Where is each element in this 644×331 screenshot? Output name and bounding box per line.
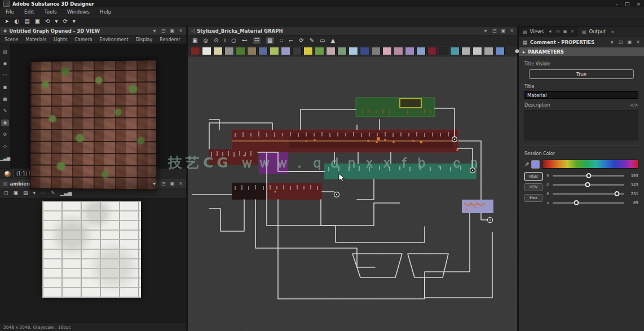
float-icon[interactable]: ◳ bbox=[492, 29, 497, 33]
shelf-node-thumbnail[interactable] bbox=[326, 47, 336, 55]
view3d-menu-item-camera[interactable]: Camera bbox=[74, 37, 92, 42]
color-slider[interactable] bbox=[553, 175, 624, 176]
color-gradient-bar[interactable] bbox=[542, 160, 638, 169]
export-icon[interactable]: ▤ bbox=[23, 191, 28, 196]
pen-icon[interactable]: ✎ bbox=[1, 108, 9, 114]
close-icon[interactable]: × bbox=[611, 29, 614, 34]
dark-node-cluster[interactable] bbox=[232, 183, 267, 200]
float-icon[interactable]: ◳ bbox=[161, 182, 166, 186]
color-swatch[interactable] bbox=[531, 160, 540, 169]
close-button[interactable]: × bbox=[636, 1, 641, 7]
corner-icon[interactable]: ⌐ bbox=[289, 38, 293, 43]
pen-tool-icon[interactable]: ✎ bbox=[310, 38, 314, 43]
graph-canvas[interactable] bbox=[188, 56, 517, 331]
menu-item-help[interactable]: Help bbox=[100, 9, 112, 15]
view3d-menu-item-scene[interactable]: Scene bbox=[5, 37, 18, 42]
histogram-icon[interactable]: ▁▃▅ bbox=[1, 155, 9, 162]
float-icon[interactable]: ◳ bbox=[555, 29, 559, 34]
view3d-viewport[interactable]: ▤◉◠▣▦✎◉⟳◇▁▃▅ bbox=[0, 44, 186, 168]
color-mode-hsv-button[interactable]: HSV bbox=[524, 183, 542, 191]
menu-item-file[interactable]: File bbox=[6, 9, 14, 15]
back-icon[interactable]: ◁ bbox=[191, 28, 195, 33]
parameters-section-header[interactable]: ▸ PARAMETERS bbox=[519, 47, 644, 56]
slider-handle[interactable] bbox=[586, 173, 591, 178]
histogram-icon[interactable]: ▁▃▅ bbox=[60, 191, 72, 196]
menu-item-edit[interactable]: Edit bbox=[24, 9, 34, 15]
pin-icon[interactable]: ➤ bbox=[548, 29, 553, 34]
pin-icon[interactable]: ➤ bbox=[610, 39, 615, 45]
pin-icon[interactable]: ➤ bbox=[483, 28, 489, 33]
open-folder-icon[interactable]: ▤ bbox=[24, 19, 29, 24]
title-visible-toggle[interactable]: True bbox=[529, 69, 634, 79]
purple-node[interactable] bbox=[259, 152, 288, 174]
snapshot-icon[interactable]: ▣ bbox=[1, 84, 9, 91]
redo-dropdown-icon[interactable]: ▾ bbox=[73, 19, 76, 24]
menu-item-tools[interactable]: Tools bbox=[45, 9, 57, 15]
shelf-node-thumbnail[interactable] bbox=[349, 47, 358, 55]
fit-view-icon[interactable]: ◻ bbox=[4, 191, 8, 196]
shelf-node-thumbnail[interactable] bbox=[224, 47, 234, 55]
shelf-node-thumbnail[interactable] bbox=[303, 47, 313, 55]
shelf-node-thumbnail[interactable] bbox=[258, 47, 268, 55]
slider-handle[interactable] bbox=[615, 191, 620, 196]
slider-handle[interactable] bbox=[585, 182, 590, 187]
float-icon[interactable]: ◳ bbox=[161, 29, 166, 33]
code-view-icon[interactable]: </> bbox=[630, 103, 638, 108]
close-icon[interactable]: × bbox=[510, 29, 514, 33]
save-image-icon[interactable]: ▣ bbox=[13, 191, 18, 196]
image-icon[interactable]: ▣ bbox=[192, 38, 197, 43]
maximize-button[interactable]: □ bbox=[625, 1, 630, 7]
shelf-node-thumbnail[interactable] bbox=[337, 47, 347, 55]
color-slider[interactable] bbox=[553, 184, 624, 186]
3d-box-icon[interactable]: ▦ bbox=[1, 96, 9, 103]
shelf-node-thumbnail[interactable] bbox=[247, 47, 257, 55]
view2d-viewport[interactable] bbox=[0, 198, 186, 323]
view3d-menu-item-renderer[interactable]: Renderer bbox=[160, 37, 180, 42]
shelf-node-thumbnail[interactable] bbox=[360, 47, 369, 55]
shelf-node-thumbnail[interactable] bbox=[495, 47, 505, 55]
panel-icon[interactable]: ▤ bbox=[1, 48, 9, 55]
reset-rotation-icon[interactable]: ⟳ bbox=[1, 131, 9, 138]
eyedropper-icon[interactable]: ✎ bbox=[524, 162, 530, 166]
lavender-node[interactable] bbox=[462, 200, 493, 213]
shelf-node-thumbnail[interactable] bbox=[439, 47, 448, 55]
color-slider[interactable] bbox=[553, 193, 624, 195]
view3d-menu-item-environment[interactable]: Environment bbox=[100, 37, 129, 42]
shelf-node-thumbnail[interactable] bbox=[191, 47, 200, 55]
shelf-node-thumbnail[interactable] bbox=[450, 47, 460, 55]
rotate-icon[interactable]: ⟳ bbox=[299, 38, 303, 43]
grid-table-icon[interactable]: ▦ bbox=[266, 37, 274, 44]
yellow-highlight-node[interactable] bbox=[400, 99, 421, 108]
red-frame-left[interactable] bbox=[209, 149, 258, 165]
shelf-node-thumbnail[interactable] bbox=[213, 47, 223, 55]
shelf-node-thumbnail[interactable] bbox=[394, 47, 403, 55]
color-mode-hex-button[interactable]: Hex bbox=[524, 194, 542, 202]
view3d-menu-item-materials[interactable]: Materials bbox=[25, 37, 46, 42]
options-icon[interactable]: ▣ bbox=[563, 29, 567, 34]
close-icon[interactable]: × bbox=[179, 29, 183, 33]
teal-band-frame[interactable] bbox=[324, 164, 477, 179]
slider-handle[interactable] bbox=[574, 200, 579, 205]
camera-icon[interactable]: ◉ bbox=[1, 120, 9, 126]
undo-dropdown-icon[interactable]: ▾ bbox=[55, 19, 58, 24]
options-icon[interactable]: ▣ bbox=[628, 40, 632, 45]
location-icon[interactable]: ◉ bbox=[1, 60, 9, 67]
slope-icon[interactable]: ✎ bbox=[51, 191, 55, 196]
dropdown-icon[interactable]: ▾ bbox=[33, 191, 36, 196]
redo-icon[interactable]: ⟳ bbox=[63, 19, 67, 24]
shelf-node-thumbnail[interactable] bbox=[292, 47, 302, 55]
options-icon[interactable]: ▣ bbox=[501, 29, 506, 33]
close-icon[interactable]: × bbox=[636, 40, 640, 45]
shelf-node-thumbnail[interactable] bbox=[371, 47, 381, 55]
float-icon[interactable]: ◳ bbox=[619, 40, 623, 45]
description-textarea[interactable] bbox=[524, 110, 638, 140]
beaker-icon[interactable]: ▲ bbox=[331, 38, 336, 43]
save-icon[interactable]: ▣ bbox=[35, 19, 40, 24]
pin-icon[interactable]: ➤ bbox=[152, 28, 158, 33]
shelf-node-thumbnail[interactable] bbox=[405, 47, 414, 55]
nodes-icon[interactable]: ☷ bbox=[253, 37, 261, 44]
more-icon[interactable]: ⋯ bbox=[41, 191, 46, 196]
shelf-node-thumbnail[interactable] bbox=[202, 47, 211, 55]
info-icon[interactable]: i bbox=[224, 38, 226, 43]
link-icon[interactable]: ◎ bbox=[203, 38, 208, 43]
